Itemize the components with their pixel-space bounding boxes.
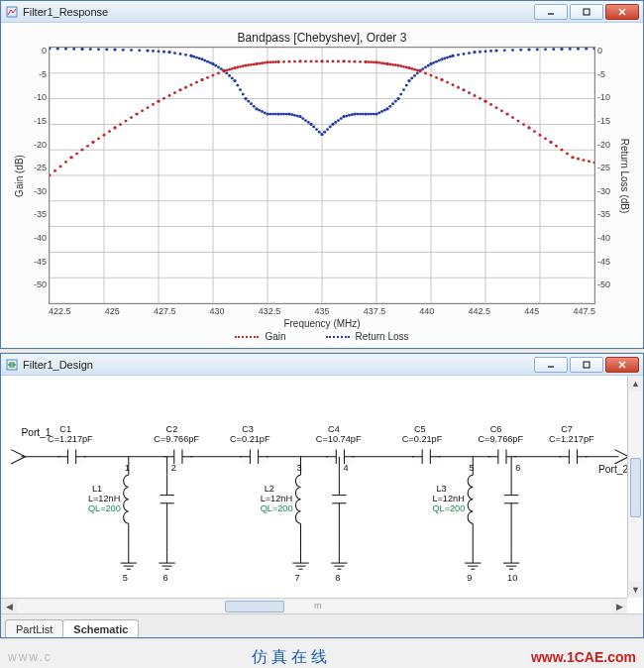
close-button[interactable] — [605, 357, 639, 373]
svg-point-103 — [301, 117, 304, 120]
svg-point-297 — [397, 64, 400, 67]
legend-return-loss: Return Loss — [326, 331, 409, 342]
svg-point-128 — [356, 113, 359, 116]
svg-point-28 — [56, 48, 59, 51]
maximize-button[interactable] — [570, 4, 603, 20]
plot-canvas[interactable] — [49, 47, 595, 304]
ind-l1-ql: QL=200 — [88, 503, 121, 513]
minimize-button[interactable] — [534, 4, 568, 20]
svg-point-105 — [307, 121, 310, 124]
svg-point-82 — [256, 108, 259, 111]
page-footer: www.c 仿真在线 www.1CAE.com — [0, 642, 644, 668]
svg-point-317 — [463, 88, 466, 91]
scroll-left-arrow-icon[interactable]: ◀ — [1, 599, 17, 614]
svg-point-263 — [282, 60, 285, 63]
svg-point-78 — [247, 100, 250, 103]
svg-point-259 — [271, 60, 274, 63]
svg-point-249 — [250, 63, 253, 66]
svg-point-138 — [377, 111, 380, 114]
svg-point-248 — [247, 63, 250, 66]
svg-point-64 — [217, 65, 220, 68]
svg-point-110 — [318, 131, 321, 134]
svg-point-337 — [550, 141, 553, 144]
horizontal-scrollbar[interactable]: ◀ m ▶ — [1, 598, 627, 613]
design-titlebar[interactable]: Filter1_Design — [1, 354, 643, 376]
svg-point-232 — [201, 78, 204, 81]
svg-point-217 — [136, 113, 139, 116]
scroll-up-arrow-icon[interactable]: ▲ — [628, 376, 643, 391]
svg-point-333 — [533, 130, 536, 133]
svg-point-252 — [256, 62, 259, 65]
svg-point-49 — [179, 53, 182, 56]
svg-rect-2 — [584, 9, 590, 15]
vertical-scrollbar[interactable]: ▲ ▼ — [627, 376, 643, 598]
cap-c5-value: C=0.21pF — [402, 434, 443, 444]
close-button[interactable] — [605, 4, 639, 20]
svg-point-253 — [258, 62, 261, 65]
svg-point-293 — [388, 63, 391, 66]
vertical-scroll-thumb[interactable] — [630, 458, 641, 517]
svg-point-285 — [373, 60, 376, 63]
ind-l2-name: L2 — [265, 484, 274, 494]
svg-point-37 — [114, 49, 117, 52]
svg-point-154 — [413, 74, 416, 77]
node-2: 2 — [171, 463, 176, 473]
svg-point-155 — [416, 71, 419, 74]
scroll-right-arrow-icon[interactable]: ▶ — [611, 599, 627, 614]
svg-point-207 — [92, 141, 95, 144]
minimize-button[interactable] — [534, 357, 568, 373]
svg-point-163 — [432, 61, 435, 64]
x-axis-label: Frequency (MHz) — [11, 318, 633, 329]
ind-l1-name: L1 — [92, 484, 102, 494]
svg-point-239 — [228, 68, 231, 71]
svg-point-134 — [370, 113, 373, 116]
svg-point-63 — [214, 64, 217, 67]
svg-point-200 — [64, 161, 67, 164]
cap-c1-name: C1 — [59, 424, 71, 434]
svg-point-305 — [416, 69, 419, 72]
svg-point-83 — [258, 109, 261, 112]
svg-point-262 — [277, 60, 280, 63]
svg-point-100 — [296, 115, 299, 118]
svg-point-197 — [50, 174, 51, 177]
svg-point-124 — [348, 114, 351, 117]
svg-point-187 — [528, 49, 531, 52]
svg-point-55 — [198, 57, 201, 60]
tab-partlist[interactable]: PartList — [5, 619, 63, 637]
svg-point-173 — [457, 54, 460, 56]
svg-point-289 — [380, 61, 383, 64]
node-6: 6 — [515, 463, 520, 473]
scroll-down-arrow-icon[interactable]: ▼ — [628, 582, 643, 598]
node-4: 4 — [343, 463, 348, 473]
svg-point-315 — [457, 86, 460, 89]
svg-point-339 — [561, 149, 564, 152]
svg-point-322 — [484, 100, 487, 103]
svg-point-279 — [354, 60, 357, 63]
horizontal-scroll-thumb[interactable] — [225, 601, 284, 612]
svg-point-255 — [264, 61, 267, 64]
svg-point-314 — [452, 83, 455, 86]
svg-point-137 — [376, 113, 378, 116]
svg-point-233 — [206, 76, 209, 79]
svg-point-33 — [89, 48, 92, 51]
svg-point-258 — [268, 60, 271, 63]
svg-point-334 — [539, 134, 542, 137]
svg-point-272 — [321, 60, 324, 63]
svg-point-203 — [75, 153, 78, 156]
svg-point-243 — [236, 66, 239, 69]
svg-point-40 — [138, 49, 141, 52]
svg-point-60 — [209, 61, 212, 64]
svg-point-153 — [410, 77, 413, 80]
svg-point-312 — [441, 78, 444, 81]
svg-point-79 — [250, 102, 253, 105]
svg-point-132 — [365, 113, 368, 116]
svg-point-164 — [435, 60, 438, 63]
tab-schematic[interactable]: Schematic — [62, 619, 139, 637]
svg-point-227 — [179, 88, 182, 91]
svg-point-254 — [261, 61, 264, 64]
cap-c7-value: C=1.217pF — [549, 434, 594, 444]
svg-point-344 — [583, 159, 586, 162]
response-titlebar[interactable]: Filter1_Response — [1, 1, 643, 23]
schematic-canvas[interactable]: Port_1 Port_2 C1C=1.217pFC2C=9.766pFC3C=… — [1, 376, 643, 613]
maximize-button[interactable] — [570, 357, 603, 373]
